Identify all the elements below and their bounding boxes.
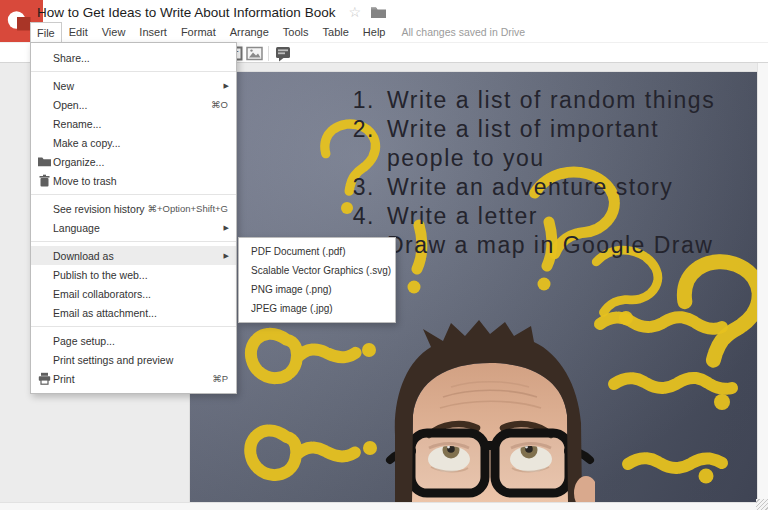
title-row: How to Get Ideas to Write About Informat… [37, 3, 386, 21]
menu-item-open[interactable]: Open...⌘O [31, 95, 236, 114]
menu-tools[interactable]: Tools [276, 22, 316, 42]
man-with-glasses [385, 317, 595, 502]
comment-icon[interactable] [275, 46, 291, 62]
save-status: All changes saved in Drive [401, 26, 525, 38]
google-drawings-window: How to Get Ideas to Write About Informat… [0, 0, 768, 510]
vertical-scrollbar[interactable] [757, 63, 768, 502]
menu-item-make-a-copy[interactable]: Make a copy... [31, 133, 236, 152]
menu-item-see-revision-history[interactable]: See revision history⌘+Option+Shift+G [31, 199, 236, 218]
submenu-item-jpeg[interactable]: JPEG image (.jpg) [239, 299, 395, 318]
trash-icon [38, 174, 51, 187]
list-item: Draw a map in Google Draw [345, 231, 715, 260]
menu-item-print[interactable]: Print⌘P [31, 369, 236, 388]
menu-item-email-collaborators[interactable]: Email collaborators... [31, 284, 236, 303]
shortcut: ⌘+Option+Shift+G [147, 203, 228, 214]
submenu-item-pdf[interactable]: PDF Document (.pdf) [239, 242, 395, 261]
folder-icon [38, 155, 51, 168]
submenu-item-svg[interactable]: Scalable Vector Graphics (.svg) [239, 261, 395, 280]
menu-help[interactable]: Help [356, 22, 393, 42]
folder-icon[interactable] [371, 6, 386, 18]
shortcut: ⌘P [212, 373, 228, 384]
menu-separator [31, 241, 236, 242]
file-menu: Share... New▶ Open...⌘O Rename... Make a… [30, 42, 237, 394]
menu-format[interactable]: Format [174, 22, 223, 42]
menubar: File Edit View Insert Format Arrange Too… [30, 22, 525, 42]
horizontal-scrollbar[interactable] [0, 502, 757, 510]
list-item: 1.Write a list of random things [345, 86, 715, 115]
download-as-submenu: PDF Document (.pdf) Scalable Vector Grap… [238, 237, 396, 323]
image-icon[interactable] [246, 46, 263, 61]
submenu-item-png[interactable]: PNG image (.png) [239, 280, 395, 299]
submenu-arrow-icon: ▶ [224, 252, 229, 260]
menu-arrange[interactable]: Arrange [223, 22, 276, 42]
ideas-list: 1.Write a list of random things 2.Write … [345, 86, 715, 260]
menu-item-share[interactable]: Share... [31, 48, 236, 67]
menu-edit[interactable]: Edit [62, 22, 95, 42]
submenu-arrow-icon: ▶ [224, 82, 229, 90]
list-item: 4.Write a letter [345, 202, 715, 231]
list-item: 2.Write a list of important [345, 115, 715, 144]
menu-view[interactable]: View [95, 22, 133, 42]
document-title[interactable]: How to Get Ideas to Write About Informat… [37, 5, 335, 20]
menu-item-print-settings-and-preview[interactable]: Print settings and preview [31, 350, 236, 369]
menu-insert[interactable]: Insert [132, 22, 174, 42]
menu-item-email-as-attachment[interactable]: Email as attachment... [31, 303, 236, 322]
shortcut: ⌘O [211, 99, 228, 110]
menu-item-download-as[interactable]: Download as▶ [31, 246, 236, 265]
list-item: 3.Write an adventure story [345, 173, 715, 202]
star-icon[interactable]: ☆ [348, 5, 361, 19]
menu-item-organize[interactable]: Organize... [31, 152, 236, 171]
submenu-arrow-icon: ▶ [224, 224, 229, 232]
menu-item-move-to-trash[interactable]: Move to trash [31, 171, 236, 190]
menu-table[interactable]: Table [316, 22, 356, 42]
menu-item-rename[interactable]: Rename... [31, 114, 236, 133]
list-item: people to you [345, 144, 715, 173]
menu-separator [31, 71, 236, 72]
menu-item-page-setup[interactable]: Page setup... [31, 331, 236, 350]
menu-item-new[interactable]: New▶ [31, 76, 236, 95]
menu-separator [31, 326, 236, 327]
menu-separator [31, 194, 236, 195]
menu-item-language[interactable]: Language▶ [31, 218, 236, 237]
toolbar-separator [268, 46, 269, 61]
printer-icon [38, 372, 51, 385]
resize-grip[interactable] [756, 499, 768, 510]
menu-item-publish-to-the-web[interactable]: Publish to the web... [31, 265, 236, 284]
